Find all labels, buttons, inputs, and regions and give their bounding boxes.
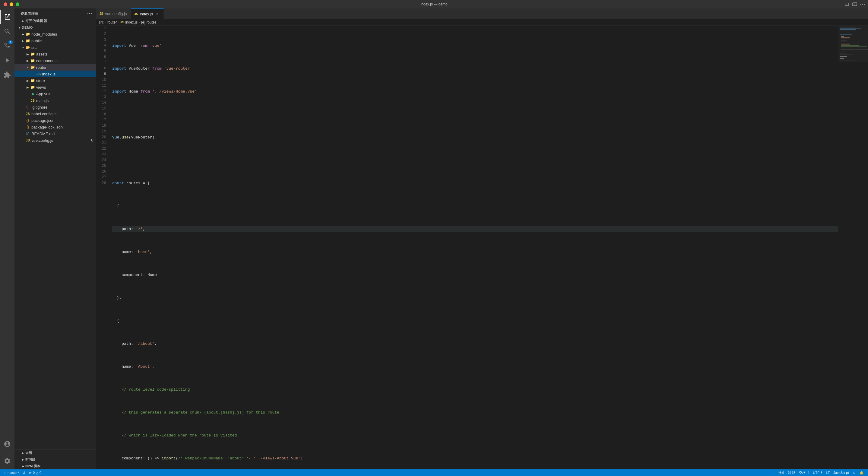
window-title: index.js — demo: [421, 2, 447, 6]
minimize-button[interactable]: [10, 2, 13, 6]
activity-run[interactable]: [0, 53, 14, 67]
status-language[interactable]: JavaScript: [832, 469, 850, 476]
js-tab-icon-active: JS: [134, 12, 138, 16]
folder-router[interactable]: ▾ 📂 router: [14, 64, 96, 70]
code-line-5: Vue.use(VueRouter): [112, 135, 838, 140]
ln6: 6: [98, 54, 106, 60]
activity-extensions[interactable]: [0, 67, 14, 82]
section-timeline[interactable]: ▶ 时间线: [14, 456, 96, 463]
section-arrow: ▶: [21, 19, 25, 23]
branch-label: master*: [7, 471, 19, 475]
code-line-1: import Vue from 'vue': [112, 43, 838, 49]
arrow: ▾: [25, 65, 30, 70]
activity-search[interactable]: [0, 24, 14, 39]
breadcrumb-router[interactable]: router: [107, 20, 117, 24]
sync-icon: ↺: [23, 471, 25, 475]
status-sync[interactable]: ↺: [21, 469, 27, 476]
status-encoding[interactable]: UTF-8: [811, 469, 824, 476]
more-icon[interactable]: [860, 2, 865, 7]
editor-area: JS vue.config.js JS index.js × src › rou…: [96, 8, 868, 469]
breadcrumb-sep2: ›: [118, 20, 119, 24]
git-icon: ⬡: [25, 105, 30, 110]
status-spaces[interactable]: 空格: 4: [797, 469, 811, 476]
folder-icon: 📁: [30, 58, 35, 63]
section-outline[interactable]: ▶ 大纲: [14, 449, 96, 456]
breadcrumb-file[interactable]: index.js: [125, 20, 138, 24]
status-branch[interactable]: ⑂ master*: [2, 469, 21, 476]
sidebar-header: 资源管理器 ···: [14, 8, 96, 18]
folder-src[interactable]: ▾ 📂 src: [14, 44, 96, 51]
ln18: 18: [98, 123, 106, 129]
code-line-17: // this generates a separate chunk (abou…: [112, 410, 838, 415]
file-babel-config[interactable]: ▶ JS babel.config.js: [14, 110, 96, 117]
arrow: ▶: [21, 457, 25, 462]
ln17: 17: [98, 117, 106, 123]
project-root[interactable]: ▾ DEMO: [14, 24, 96, 31]
file-app-vue[interactable]: ▶ ◆ App.vue: [14, 90, 96, 97]
status-notify[interactable]: 🔔: [858, 469, 866, 476]
code-line-18: // which is lazy-loaded when the route i…: [112, 433, 838, 438]
file-gitignore[interactable]: ▶ ⬡ .gitignore: [14, 104, 96, 110]
remote-icon[interactable]: [844, 2, 849, 7]
code-line-14: path: '/about',: [112, 341, 838, 347]
status-position[interactable]: 行 9，列 15: [776, 469, 797, 476]
folder-views[interactable]: ▶ 📁 views: [14, 84, 96, 90]
file-package-lock-json[interactable]: ▶ {} package-lock.json: [14, 124, 96, 130]
scm-badge: 1: [8, 40, 13, 44]
file-readme[interactable]: ▶ M README.md: [14, 130, 96, 137]
activity-scm[interactable]: 1: [0, 39, 14, 53]
ln21: 21: [98, 140, 106, 146]
activity-explorer[interactable]: [0, 10, 14, 24]
folder-icon: 📁: [30, 85, 35, 90]
svg-point-4: [862, 4, 863, 4]
code-content[interactable]: import Vue from 'vue' import VueRouter f…: [111, 26, 838, 469]
folder-node-modules[interactable]: ▶ 📁 node_modules: [14, 31, 96, 37]
status-errors[interactable]: ⊘ 0 △ 0: [27, 469, 43, 476]
status-feedback[interactable]: ☺: [851, 469, 858, 476]
maximize-button[interactable]: [16, 2, 19, 6]
tab-index-js[interactable]: JS index.js ×: [131, 8, 164, 19]
code-line-3: import Home from '../views/Home.vue': [112, 89, 838, 94]
code-line-7: const routes = [: [112, 180, 838, 186]
folder-open-icon: 📂: [30, 65, 35, 70]
branch-icon: ⑂: [4, 471, 6, 475]
sidebar-more[interactable]: ···: [87, 11, 92, 16]
error-icon: ⊘: [29, 471, 32, 475]
tab-close-button[interactable]: ×: [155, 11, 160, 16]
error-count: 0: [33, 471, 35, 475]
svg-point-5: [864, 4, 865, 4]
activity-account[interactable]: [0, 437, 14, 451]
sidebar-section-open-editors[interactable]: ▶ 打开的编辑器: [14, 18, 96, 24]
ln8: 8: [98, 66, 106, 71]
section-npm[interactable]: ▶ NPM 脚本: [14, 463, 96, 469]
arrow: ▶: [25, 58, 30, 63]
folder-store[interactable]: ▶ 📁 store: [14, 77, 96, 84]
breadcrumb-routes[interactable]: routes: [147, 20, 157, 24]
activity-settings[interactable]: [0, 454, 14, 468]
ln27: 27: [98, 175, 106, 180]
file-package-json[interactable]: ▶ {} package.json: [14, 117, 96, 124]
breadcrumb-src[interactable]: src: [99, 20, 104, 24]
json-icon: {}: [25, 118, 30, 123]
folder-public[interactable]: ▶ 📁 public: [14, 37, 96, 44]
file-index-js[interactable]: ▶ JS index.js: [14, 70, 96, 77]
modified-badge: U: [91, 139, 93, 142]
tab-vue-config[interactable]: JS vue.config.js: [96, 8, 131, 19]
arrow: ▶: [21, 464, 25, 469]
folder-components[interactable]: ▶ 📁 components: [14, 57, 96, 64]
arrow: ▶: [25, 52, 30, 56]
code-editor[interactable]: 1 2 3 4 5 6 7 8 9 10 11 12 13 14 15 16 1: [96, 26, 838, 469]
folder-icon: 📁: [25, 38, 30, 43]
status-eol[interactable]: LF: [824, 469, 832, 476]
code-line-13: {: [112, 318, 838, 324]
file-main-js[interactable]: ▶ JS main.js: [14, 97, 96, 104]
ln10: 10: [98, 77, 106, 83]
activity-bar: 1: [0, 8, 14, 469]
layout-icon[interactable]: [852, 2, 857, 7]
folder-assets[interactable]: ▶ 📁 assets: [14, 51, 96, 57]
folder-icon: 📁: [30, 52, 35, 56]
svg-point-3: [861, 4, 861, 4]
folder-open-icon: 📂: [25, 45, 30, 50]
close-button[interactable]: [4, 2, 7, 6]
file-vue-config[interactable]: ▶ JS vue.config.js U: [14, 137, 96, 144]
